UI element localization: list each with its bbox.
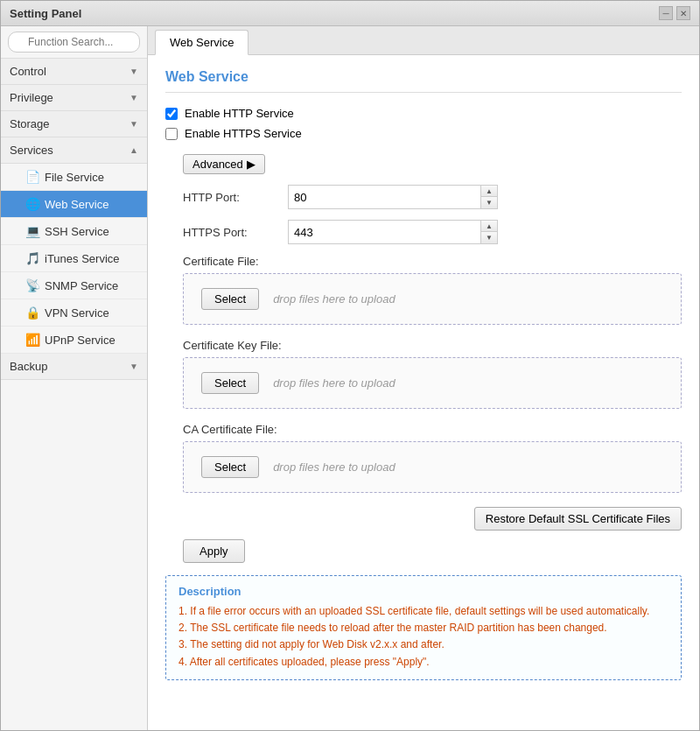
description-title: Description [178,585,668,598]
description-item-1: 1. If a file error occurs with an upload… [178,603,668,620]
sidebar-item-itunes-service-label: iTunes Service [45,252,120,265]
sidebar-item-file-service-label: File Service [45,171,104,184]
search-input[interactable] [8,32,140,53]
search-wrapper: 🔍 [8,32,140,53]
title-bar-controls: ─ ✕ [659,6,690,20]
enable-https-row: Enable HTTPS Service [165,127,682,140]
tab-bar: Web Service [148,26,699,55]
file-service-icon: 📄 [25,170,39,184]
sidebar-item-ssh-service-label: SSH Service [45,225,109,238]
services-arrow-icon: ▲ [130,145,138,155]
sidebar-item-upnp-service[interactable]: 📶 UPnP Service [1,327,147,354]
storage-arrow-icon: ▼ [130,119,138,129]
restore-row: Restore Default SSL Certificate Files [165,507,682,531]
cert-key-file-drop-hint: drop files here to upload [273,376,395,390]
http-port-input[interactable] [289,187,480,207]
http-port-input-wrapper: ▲ ▼ [288,185,498,209]
https-port-input-wrapper: ▲ ▼ [288,220,498,244]
sidebar-item-snmp-service[interactable]: 📡 SNMP Service [1,272,147,299]
sidebar-item-upnp-service-label: UPnP Service [45,334,116,347]
tab-web-service-label: Web Service [170,36,234,49]
ca-cert-file-drop-hint: drop files here to upload [273,460,395,474]
enable-http-row: Enable HTTP Service [165,107,682,120]
https-port-input[interactable] [289,222,480,242]
vpn-service-icon: 🔒 [25,306,39,320]
ca-cert-file-label: CA Certificate File: [183,423,682,436]
snmp-service-icon: 📡 [25,278,39,292]
main-layout: 🔍 Control ▼ Privilege ▼ Storage [1,26,699,730]
enable-https-label: Enable HTTPS Service [185,127,302,140]
cert-key-file-drop-area: Select drop files here to upload [183,357,682,409]
http-port-down-btn[interactable]: ▼ [481,197,497,208]
close-button[interactable]: ✕ [676,6,690,20]
cert-file-label: Certificate File: [183,255,682,268]
content-area: Web Service Web Service Enable HTTP Serv… [148,26,699,730]
sidebar-item-vpn-service-label: VPN Service [45,306,109,320]
ca-cert-file-select-btn[interactable]: Select [201,456,259,478]
advanced-arrow-icon: ▶ [247,158,256,171]
privilege-arrow-icon: ▼ [130,93,138,102]
cert-file-select-btn[interactable]: Select [201,288,259,310]
description-item-2: 2. The SSL certificate file needs to rel… [178,620,668,636]
sidebar-section-services-label: Services [10,144,53,157]
apply-button[interactable]: Apply [183,539,245,563]
cert-key-file-section: Certificate Key File: Select drop files … [183,339,682,409]
https-port-spinners: ▲ ▼ [480,221,497,243]
sidebar: 🔍 Control ▼ Privilege ▼ Storage [1,26,148,730]
title-bar: Setting Panel ─ ✕ [1,1,699,26]
cert-file-drop-area: Select drop files here to upload [183,273,682,325]
sidebar-item-itunes-service[interactable]: 🎵 iTunes Service [1,245,147,272]
sidebar-section-backup[interactable]: Backup ▼ [1,354,147,380]
description-item-3: 3. The setting did not apply for Web Dis… [178,636,668,653]
upnp-service-icon: 📶 [25,333,39,347]
content-body: Web Service Enable HTTP Service Enable H… [148,55,699,730]
description-box: Description 1. If a file error occurs wi… [165,575,682,680]
sidebar-section-control[interactable]: Control ▼ [1,59,147,85]
page-title: Web Service [165,69,682,93]
main-window: Setting Panel ─ ✕ 🔍 Control ▼ [0,0,700,731]
enable-https-checkbox[interactable] [165,128,178,140]
sidebar-item-vpn-service[interactable]: 🔒 VPN Service [1,299,147,327]
sidebar-section-storage-label: Storage [10,117,50,130]
itunes-service-icon: 🎵 [25,251,39,265]
https-port-up-btn[interactable]: ▲ [481,221,497,232]
http-port-row: HTTP Port: ▲ ▼ [183,185,682,209]
advanced-btn-wrapper: Advanced ▶ [165,147,682,185]
minimize-button[interactable]: ─ [659,6,673,20]
restore-default-ssl-btn[interactable]: Restore Default SSL Certificate Files [474,507,682,531]
window-title: Setting Panel [10,7,81,20]
sidebar-section-privilege[interactable]: Privilege ▼ [1,85,147,111]
http-port-up-btn[interactable]: ▲ [481,186,497,197]
http-port-spinners: ▲ ▼ [480,186,497,208]
sidebar-item-file-service[interactable]: 📄 File Service [1,164,147,191]
nav-group: Control ▼ Privilege ▼ Storage ▼ Services… [1,59,147,380]
sidebar-section-privilege-label: Privilege [10,91,53,104]
search-box: 🔍 [1,26,147,59]
cert-key-file-select-btn[interactable]: Select [201,372,259,394]
advanced-button[interactable]: Advanced ▶ [183,154,265,174]
http-port-label: HTTP Port: [183,191,288,204]
sidebar-section-services[interactable]: Services ▲ [1,137,147,164]
tab-web-service[interactable]: Web Service [155,30,248,55]
cert-file-section: Certificate File: Select drop files here… [183,255,682,325]
https-port-down-btn[interactable]: ▼ [481,232,497,243]
backup-arrow-icon: ▼ [130,362,138,371]
ca-cert-file-section: CA Certificate File: Select drop files h… [183,423,682,493]
ca-cert-file-drop-area: Select drop files here to upload [183,441,682,493]
description-item-4: 4. After all certificates uploaded, plea… [178,654,668,671]
sidebar-item-ssh-service[interactable]: 💻 SSH Service [1,218,147,245]
advanced-label: Advanced [192,158,243,171]
sidebar-section-storage[interactable]: Storage ▼ [1,111,147,137]
cert-key-file-label: Certificate Key File: [183,339,682,352]
sidebar-item-web-service[interactable]: 🌐 Web Service [1,191,147,218]
https-port-row: HTTPS Port: ▲ ▼ [183,220,682,244]
sidebar-section-backup-label: Backup [10,360,47,373]
control-arrow-icon: ▼ [130,67,138,76]
sidebar-item-web-service-label: Web Service [45,198,108,211]
web-service-icon: 🌐 [25,197,39,211]
cert-file-drop-hint: drop files here to upload [273,292,395,306]
sidebar-item-snmp-service-label: SNMP Service [45,279,118,292]
https-port-label: HTTPS Port: [183,226,288,239]
enable-http-label: Enable HTTP Service [185,107,294,120]
enable-http-checkbox[interactable] [165,108,178,120]
